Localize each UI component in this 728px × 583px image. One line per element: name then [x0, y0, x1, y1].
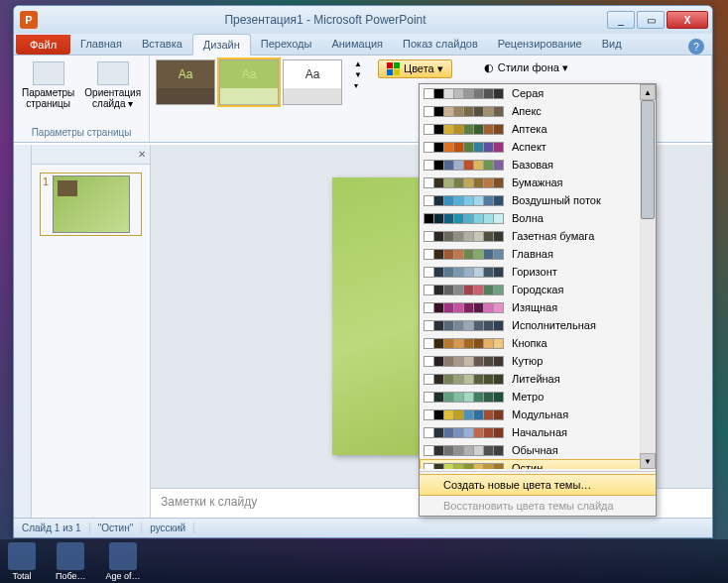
color-scheme-item[interactable]: Аптека — [420, 120, 656, 138]
color-scheme-item[interactable]: Апекс — [420, 102, 656, 120]
color-scheme-item[interactable]: Бумажная — [420, 174, 656, 191]
ribbon-tab-дизайн[interactable]: Дизайн — [192, 34, 251, 56]
view-tabs[interactable] — [14, 145, 32, 518]
background-styles-button[interactable]: ◐ Стили фона ▾ — [478, 59, 574, 76]
color-scheme-label: Кутюр — [512, 355, 543, 367]
color-scheme-item[interactable]: Обычная — [420, 441, 656, 459]
themes-gallery: AaAaAa — [156, 59, 342, 105]
file-tab[interactable]: Файл — [16, 35, 70, 55]
color-scheme-item[interactable]: Изящная — [420, 298, 656, 316]
titlebar: P Презентация1 - Microsoft PowerPoint _ … — [14, 6, 712, 34]
desktop-shortcut[interactable]: Total — [8, 542, 36, 581]
powerpoint-window: P Презентация1 - Microsoft PowerPoint _ … — [13, 5, 713, 538]
ribbon-tab-главная[interactable]: Главная — [70, 34, 132, 55]
theme-thumbnail[interactable]: Aa — [283, 59, 342, 105]
desktop-shortcut[interactable]: Age of… — [106, 542, 141, 581]
close-button[interactable]: X — [667, 11, 708, 29]
color-scheme-item[interactable]: Газетная бумага — [420, 227, 656, 245]
scroll-down-icon[interactable]: ▼ — [640, 453, 656, 469]
desktop-shortcut[interactable]: Побе… — [56, 542, 86, 581]
color-scheme-label: Аспект — [512, 141, 546, 153]
bg-styles-icon: ◐ — [484, 61, 494, 74]
page-params-button[interactable]: Параметры страницы — [20, 59, 76, 111]
color-scheme-label: Модульная — [512, 408, 568, 420]
ribbon-tab-анимация[interactable]: Анимация — [321, 34, 393, 55]
ribbon-tab-переходы[interactable]: Переходы — [251, 34, 322, 55]
app-icon: P — [20, 11, 38, 29]
statusbar: Слайд 1 из 1 "Остин" русский — [14, 518, 712, 537]
color-scheme-item[interactable]: Аспект — [420, 138, 656, 156]
theme-thumbnail[interactable]: Aa — [156, 59, 215, 105]
color-scheme-label: Остин — [512, 462, 543, 469]
ribbon-tabs: Файл ГлавнаяВставкаДизайнПереходыАнимаци… — [14, 34, 712, 56]
theme-thumbnail[interactable]: Aa — [219, 59, 279, 105]
help-icon[interactable]: ? — [688, 39, 704, 55]
minimize-button[interactable]: _ — [607, 11, 635, 29]
color-scheme-item[interactable]: Модульная — [420, 406, 656, 423]
slide-thumbnail[interactable]: 1 — [40, 173, 142, 236]
create-theme-colors-item[interactable]: Создать новые цвета темы… — [420, 474, 656, 496]
color-scheme-label: Бумажная — [512, 176, 563, 188]
color-scheme-item[interactable]: Горизонт — [420, 263, 656, 281]
color-scheme-item[interactable]: Начальная — [420, 423, 656, 441]
color-scheme-label: Обычная — [512, 444, 558, 456]
color-scheme-item[interactable]: Воздушный поток — [420, 191, 656, 209]
color-scheme-label: Базовая — [512, 159, 553, 171]
close-panel-icon[interactable]: ✕ — [138, 149, 146, 160]
scroll-up-icon[interactable]: ▲ — [640, 84, 656, 100]
color-scheme-label: Кнопка — [512, 337, 547, 349]
page-setup-group: Параметры страницы Ориентация слайда ▾ П… — [14, 56, 150, 142]
ribbon-tab-показ слайдов[interactable]: Показ слайдов — [393, 34, 488, 55]
color-scheme-label: Волна — [512, 212, 544, 224]
color-scheme-label: Начальная — [512, 426, 567, 438]
slide-number: 1 — [43, 175, 49, 233]
color-scheme-item[interactable]: Серая — [420, 84, 656, 102]
scroll-thumb[interactable] — [641, 100, 655, 219]
color-scheme-label: Городская — [512, 284, 563, 295]
group-label: Параметры страницы — [20, 127, 143, 138]
ribbon-tab-вставка[interactable]: Вставка — [132, 34, 192, 55]
gallery-down-icon[interactable]: ▼ — [354, 70, 362, 79]
colors-button[interactable]: Цвета ▾ — [378, 59, 452, 78]
color-scheme-label: Литейная — [512, 373, 560, 385]
color-scheme-item[interactable]: Городская — [420, 281, 656, 298]
window-title: Презентация1 - Microsoft PowerPoint — [44, 13, 607, 27]
color-scheme-item[interactable]: Базовая — [420, 156, 656, 174]
status-slide-count: Слайд 1 из 1 — [14, 523, 90, 533]
color-scheme-label: Серая — [512, 87, 544, 99]
gallery-up-icon[interactable]: ▲ — [354, 59, 362, 68]
color-scheme-item[interactable]: Кутюр — [420, 352, 656, 370]
restore-theme-colors-item: Восстановить цвета темы слайда — [420, 496, 656, 516]
ribbon-tab-вид[interactable]: Вид — [592, 34, 632, 55]
color-scheme-label: Исполнительная — [512, 319, 596, 331]
maximize-button[interactable]: ▭ — [637, 11, 665, 29]
dropdown-scrollbar[interactable]: ▲ ▼ — [640, 84, 656, 469]
status-theme-name: "Остин" — [90, 523, 143, 533]
color-scheme-label: Газетная бумага — [512, 230, 594, 242]
color-scheme-item[interactable]: Исполнительная — [420, 316, 656, 334]
thumbnail-panel: ✕ 1 — [32, 145, 151, 518]
slide-preview — [53, 175, 130, 233]
color-scheme-label: Горизонт — [512, 266, 557, 278]
color-scheme-label: Апекс — [512, 105, 542, 117]
gallery-more-icon[interactable]: ▾ — [354, 81, 362, 90]
color-scheme-label: Воздушный поток — [512, 194, 601, 206]
desktop-taskbar: Total Побе… Age of… — [0, 539, 728, 583]
color-scheme-label: Метро — [512, 391, 544, 403]
color-scheme-label: Аптека — [512, 123, 547, 135]
color-scheme-label: Изящная — [512, 301, 557, 313]
color-scheme-item[interactable]: Главная — [420, 245, 656, 263]
color-scheme-item[interactable]: Кнопка — [420, 334, 656, 352]
color-scheme-item[interactable]: Литейная — [420, 370, 656, 388]
color-scheme-item[interactable]: Метро — [420, 388, 656, 406]
slide-orientation-button[interactable]: Ориентация слайда ▾ — [82, 59, 143, 111]
colors-dropdown: СераяАпексАптекаАспектБазоваяБумажнаяВоз… — [419, 83, 657, 517]
color-scheme-item[interactable]: Волна — [420, 209, 656, 227]
color-scheme-label: Главная — [512, 248, 553, 260]
color-scheme-item[interactable]: Остин — [420, 459, 656, 469]
ribbon-tab-рецензирование[interactable]: Рецензирование — [488, 34, 592, 55]
status-language[interactable]: русский — [142, 523, 194, 533]
